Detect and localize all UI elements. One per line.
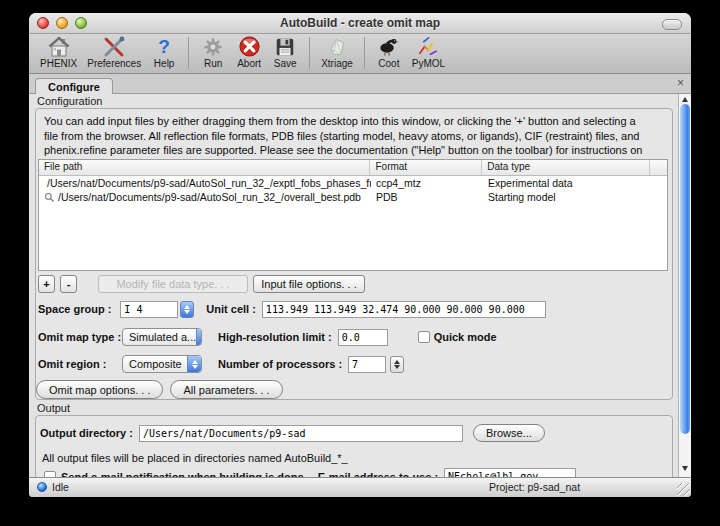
quick-mode-checkbox[interactable] bbox=[418, 331, 430, 343]
space-group-row: Space group : I 4 Unit cell : 113.949 11… bbox=[38, 300, 546, 318]
toolbar-run-button[interactable]: Run bbox=[195, 35, 231, 71]
status-text: Idle bbox=[52, 481, 69, 493]
add-file-button[interactable]: + bbox=[38, 275, 55, 293]
table-row[interactable]: /Users/nat/Documents/p9-sad/AutoSol_run_… bbox=[39, 176, 667, 190]
unit-cell-field[interactable]: 113.949 113.949 32.474 90.000 90.000 90.… bbox=[262, 301, 546, 318]
output-groupbox: Output directory : /Users/nat/Documents/… bbox=[35, 415, 673, 477]
minimize-window-button[interactable] bbox=[56, 17, 68, 29]
high-res-label: High-resolution limit : bbox=[218, 331, 332, 343]
quick-mode-label: Quick mode bbox=[434, 331, 497, 343]
toolbar-label: Save bbox=[274, 58, 297, 69]
input-file-options-button[interactable]: Input file options. . . bbox=[253, 275, 365, 293]
omit-region-dropdown[interactable]: Composite bbox=[122, 355, 202, 373]
toolbar-preferences-button[interactable]: Preferences bbox=[82, 35, 146, 71]
omit-map-options-button[interactable]: Omit map options. . . bbox=[36, 380, 163, 399]
toolbar-save-button[interactable]: Save bbox=[267, 35, 303, 71]
format-cell: ccp4_mtz bbox=[371, 177, 483, 189]
save-floppy-icon bbox=[272, 35, 298, 58]
space-group-field[interactable]: I 4 bbox=[120, 301, 178, 318]
toolbar-abort-button[interactable]: Abort bbox=[231, 35, 267, 71]
column-header-data-type[interactable]: Data type bbox=[482, 160, 650, 175]
data-type-cell: Experimental data bbox=[483, 177, 651, 189]
omit-map-type-dropdown[interactable]: Simulated a... bbox=[122, 328, 202, 346]
column-header-file-path[interactable]: File path bbox=[39, 160, 370, 175]
toolbar-label: Run bbox=[204, 58, 222, 69]
data-type-cell: Starting model bbox=[483, 191, 651, 203]
toolbar-coot-button[interactable]: Coot bbox=[371, 35, 407, 71]
scrollbar-thumb[interactable] bbox=[680, 104, 690, 434]
toolbar-separator bbox=[188, 37, 189, 69]
output-section-label: Output bbox=[37, 402, 70, 414]
close-window-button[interactable] bbox=[37, 17, 49, 29]
resize-grip[interactable] bbox=[677, 483, 690, 496]
toolbar-label: PyMOL bbox=[412, 58, 445, 69]
configuration-groupbox: You can add input files by either draggi… bbox=[35, 108, 673, 400]
space-group-stepper[interactable] bbox=[180, 301, 194, 318]
output-directory-label: Output directory : bbox=[40, 427, 133, 439]
file-path-cell: /Users/nat/Documents/p9-sad/AutoSol_run_… bbox=[58, 191, 361, 203]
toolbar-toggle-pill[interactable] bbox=[662, 19, 682, 30]
space-group-label: Space group : bbox=[38, 303, 111, 315]
num-processors-field[interactable]: 7 bbox=[348, 356, 386, 373]
omit-map-type-value: Simulated a... bbox=[129, 331, 196, 343]
scroll-down-icon[interactable] bbox=[682, 466, 688, 471]
status-bar: Idle Project: p9-sad_nat bbox=[29, 477, 691, 497]
table-row[interactable]: /Users/nat/Documents/p9-sad/AutoSol_run_… bbox=[39, 190, 667, 204]
tab-bar: Configure × bbox=[29, 74, 691, 94]
remove-file-button[interactable]: - bbox=[60, 275, 77, 293]
modify-file-data-type-button[interactable]: Modify file data type. . . bbox=[98, 275, 248, 293]
stepper-down-icon bbox=[394, 365, 400, 369]
title-bar[interactable]: AutoBuild - create omit map bbox=[29, 13, 691, 34]
configure-panel: Configuration You can add input files by… bbox=[29, 94, 691, 477]
dropdown-arrows-icon bbox=[196, 329, 202, 345]
high-res-field[interactable]: 0.0 bbox=[338, 329, 388, 346]
stepper-up-icon bbox=[394, 360, 400, 364]
omit-region-label: Omit region : bbox=[38, 358, 122, 370]
magnifier-icon bbox=[44, 192, 55, 203]
coot-bird-icon bbox=[376, 35, 402, 58]
num-processors-stepper[interactable] bbox=[390, 356, 404, 373]
email-row: Send e-mail notification when building i… bbox=[44, 468, 576, 477]
toolbar-label: Abort bbox=[237, 58, 261, 69]
file-buttons-row: + - Modify file data type. . . Input fil… bbox=[38, 275, 365, 293]
toolbar-xtriage-button[interactable]: Xtriage bbox=[316, 35, 358, 71]
vertical-scrollbar[interactable] bbox=[678, 94, 691, 477]
email-address-field[interactable]: NEchols@lbl.gov bbox=[444, 468, 576, 477]
browse-button[interactable]: Browse... bbox=[473, 424, 545, 442]
toolbar-label: PHENIX bbox=[40, 58, 77, 69]
toolbar-phenix-button[interactable]: PHENIX bbox=[35, 35, 82, 71]
traffic-lights bbox=[37, 17, 87, 29]
toolbar-help-button[interactable]: ? Help bbox=[146, 35, 182, 71]
phenix-home-icon bbox=[46, 35, 72, 58]
window-title: AutoBuild - create omit map bbox=[29, 13, 691, 33]
output-note: All output files will be placed in direc… bbox=[42, 452, 348, 464]
toolbar-separator bbox=[364, 37, 365, 69]
toolbar-pymol-button[interactable]: PyMOL bbox=[407, 35, 450, 71]
configuration-section-label: Configuration bbox=[37, 95, 102, 107]
toolbar-label: Coot bbox=[378, 58, 399, 69]
num-processors-label: Number of processors : bbox=[218, 358, 342, 370]
close-tab-icon[interactable]: × bbox=[677, 76, 684, 90]
tab-configure[interactable]: Configure bbox=[35, 78, 113, 94]
toolbar-label: Help bbox=[154, 58, 175, 69]
column-header-spacer bbox=[650, 160, 667, 175]
toolbar-label: Xtriage bbox=[321, 58, 353, 69]
input-files-table[interactable]: File path Format Data type /Users/nat/Do… bbox=[38, 159, 668, 271]
omit-region-row: Omit region : Composite Number of proces… bbox=[38, 355, 404, 373]
xtriage-crystal-icon bbox=[324, 35, 350, 58]
toolbar-separator bbox=[309, 37, 310, 69]
output-directory-row: Output directory : /Users/nat/Documents/… bbox=[40, 424, 545, 442]
zoom-window-button[interactable] bbox=[75, 17, 87, 29]
omit-map-type-label: Omit map type : bbox=[38, 331, 122, 343]
scroll-up-icon[interactable] bbox=[682, 97, 688, 102]
main-toolbar: PHENIX Preferences ? Help bbox=[29, 34, 691, 74]
pymol-icon bbox=[416, 35, 442, 58]
stepper-up-icon bbox=[184, 305, 190, 309]
project-label: Project: p9-sad_nat bbox=[489, 481, 580, 493]
all-parameters-button[interactable]: All parameters. . . bbox=[170, 380, 282, 399]
preferences-tools-icon bbox=[101, 35, 127, 58]
output-directory-field[interactable]: /Users/nat/Documents/p9-sad bbox=[139, 425, 463, 442]
column-header-format[interactable]: Format bbox=[370, 160, 482, 175]
run-gear-icon bbox=[200, 35, 226, 58]
toolbar-label: Preferences bbox=[87, 58, 141, 69]
